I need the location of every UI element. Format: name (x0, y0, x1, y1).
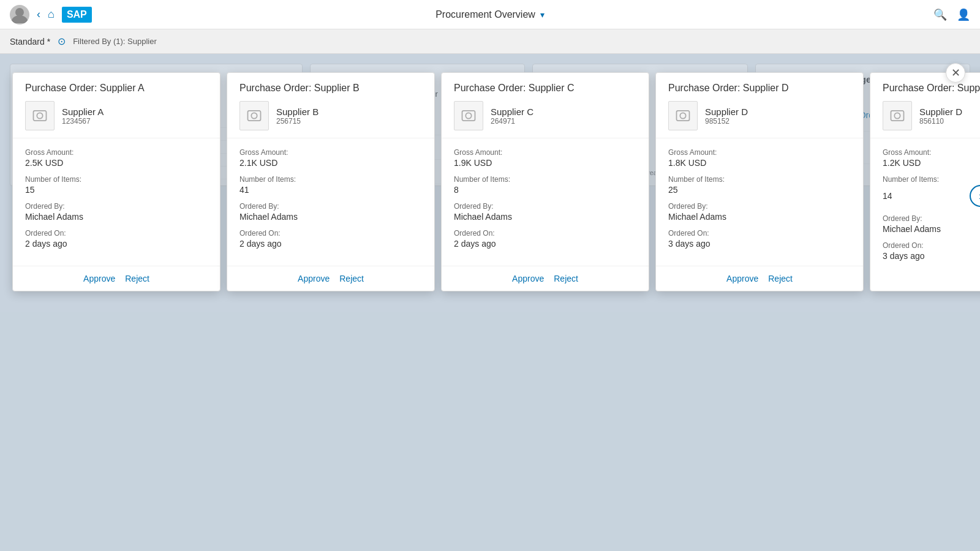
po-card-a: Purchase Order: Supplier A Supplier A 12… (12, 72, 221, 291)
supplier-d-name: Supplier D (705, 107, 748, 117)
subheader: Standard * ⊙ Filtered By (1): Supplier (0, 29, 980, 54)
supplier-row-e: Supplier D 856110 (883, 101, 980, 130)
field-items-e: Number of Items: 14 › (883, 175, 980, 207)
field-ordered-by-c: Ordered By: Michael Adams (454, 202, 636, 222)
field-items-a: Number of Items: 15 (25, 175, 208, 195)
main-content: Items Awaiting Approval Contract Monitor… (0, 54, 980, 551)
supplier-c-name: Supplier C (491, 107, 533, 117)
field-ordered-on-c: Ordered On: 2 days ago (454, 229, 636, 249)
supplier-b-id: 256715 (276, 117, 318, 126)
po-card-a-footer: Approve Reject (13, 266, 220, 291)
user-settings-icon[interactable]: 👤 (957, 8, 970, 21)
svg-point-25 (466, 113, 471, 118)
field-gross-c: Gross Amount: 1.9K USD (454, 148, 636, 168)
supplier-d-avatar (668, 101, 698, 130)
po-card-a-header: Purchase Order: Supplier A Supplier A 12… (13, 73, 220, 138)
supplier-c-info: Supplier C 264971 (491, 107, 533, 126)
header: ‹ ⌂ SAP Procurement Overview ▾ 🔍 👤 (0, 0, 980, 29)
title-text: Procurement Overview (435, 9, 535, 20)
filter-text: Filtered By (1): Supplier (73, 37, 157, 46)
po-card-a-body: Gross Amount: 2.5K USD Number of Items: … (13, 138, 220, 266)
po-card-c-header: Purchase Order: Supplier C Supplier C 26… (442, 73, 649, 138)
field-ordered-by-b: Ordered By: Michael Adams (239, 202, 422, 222)
po-card-b-footer: Approve Reject (227, 266, 434, 291)
po-card-d-title: Purchase Order: Supplier D (668, 83, 851, 94)
svg-point-23 (251, 113, 257, 118)
po-card-b-header: Purchase Order: Supplier B Supplier B 25… (227, 73, 434, 138)
supplier-e-id: 856110 (919, 117, 962, 126)
field-gross-b: Gross Amount: 2.1K USD (239, 148, 422, 168)
svg-rect-28 (891, 111, 904, 121)
field-items-c: Number of Items: 8 (454, 175, 636, 195)
approve-button-c[interactable]: Approve (512, 274, 544, 283)
supplier-c-id: 264971 (491, 117, 533, 126)
svg-point-0 (15, 8, 24, 17)
user-avatar[interactable] (10, 5, 29, 24)
po-card-c: Purchase Order: Supplier C Supplier C 26… (441, 72, 649, 291)
field-ordered-on-b: Ordered On: 2 days ago (239, 229, 422, 249)
supplier-e-name: Supplier D (919, 107, 962, 117)
svg-point-29 (894, 113, 900, 118)
filter-standard-label: Standard * (10, 37, 50, 47)
svg-rect-26 (677, 111, 690, 121)
po-card-d: Purchase Order: Supplier D Supplier D 98… (655, 72, 864, 291)
supplier-a-id: 1234567 (62, 117, 104, 126)
next-card-button[interactable]: › (970, 185, 980, 207)
po-card-c-footer: Approve Reject (442, 266, 649, 291)
field-gross-e: Gross Amount: 1.2K USD (883, 148, 980, 168)
field-items-d: Number of Items: 25 (668, 175, 851, 195)
reject-button-c[interactable]: Reject (554, 274, 578, 283)
approve-button-b[interactable]: Approve (298, 274, 330, 283)
po-card-b: Purchase Order: Supplier B Supplier B 25… (227, 72, 435, 291)
field-gross-d: Gross Amount: 1.8K USD (668, 148, 851, 168)
supplier-e-info: Supplier D 856110 (919, 107, 962, 126)
close-button[interactable]: ✕ (946, 63, 965, 83)
back-button[interactable]: ‹ (37, 8, 40, 21)
po-card-e-header: Purchase Order: Supp... Supplier D 85611… (870, 73, 980, 138)
po-card-d-body: Gross Amount: 1.8K USD Number of Items: … (656, 138, 863, 266)
title-dropdown-icon[interactable]: ▾ (540, 10, 545, 20)
po-card-d-footer: Approve Reject (656, 266, 863, 291)
svg-rect-22 (248, 111, 261, 121)
supplier-c-avatar (454, 101, 483, 130)
supplier-row-d: Supplier D 985152 (668, 101, 851, 130)
supplier-row-c: Supplier C 264971 (454, 101, 636, 130)
approve-button-d[interactable]: Approve (726, 274, 758, 283)
reject-button-b[interactable]: Reject (339, 274, 364, 283)
sap-logo: SAP (62, 7, 92, 23)
supplier-e-avatar (883, 101, 912, 130)
field-items-b: Number of Items: 41 (239, 175, 422, 195)
home-button[interactable]: ⌂ (48, 8, 55, 21)
header-title: Procurement Overview ▾ (435, 9, 545, 20)
field-ordered-by-d: Ordered By: Michael Adams (668, 202, 851, 222)
supplier-d-id: 985152 (705, 117, 748, 126)
field-ordered-on-d: Ordered On: 3 days ago (668, 229, 851, 249)
svg-rect-24 (462, 111, 475, 121)
supplier-a-info: Supplier A 1234567 (62, 107, 104, 126)
field-ordered-on-e: Ordered On: 3 days ago (883, 241, 980, 261)
po-card-e-title: Purchase Order: Supp... (883, 83, 980, 94)
po-card-c-body: Gross Amount: 1.9K USD Number of Items: … (442, 138, 649, 266)
supplier-row-b: Supplier B 256715 (239, 101, 422, 130)
po-card-e: Purchase Order: Supp... Supplier D 85611… (870, 72, 980, 291)
filter-dropdown-icon[interactable]: ⊙ (58, 36, 66, 47)
po-card-e-body: Gross Amount: 1.2K USD Number of Items: … (870, 138, 980, 291)
po-card-b-body: Gross Amount: 2.1K USD Number of Items: … (227, 138, 434, 266)
po-card-a-title: Purchase Order: Supplier A (25, 83, 208, 94)
supplier-a-name: Supplier A (62, 107, 104, 117)
field-ordered-by-e: Ordered By: Michael Adams (883, 214, 980, 234)
supplier-b-name: Supplier B (276, 107, 318, 117)
svg-rect-20 (34, 111, 47, 121)
po-card-d-header: Purchase Order: Supplier D Supplier D 98… (656, 73, 863, 138)
approve-button-a[interactable]: Approve (83, 274, 115, 283)
supplier-a-avatar (25, 101, 55, 130)
supplier-b-info: Supplier B 256715 (276, 107, 318, 126)
supplier-row-a: Supplier A 1234567 (25, 101, 208, 130)
reject-button-d[interactable]: Reject (768, 274, 793, 283)
po-card-c-title: Purchase Order: Supplier C (454, 83, 636, 94)
po-card-b-title: Purchase Order: Supplier B (239, 83, 422, 94)
field-gross-a: Gross Amount: 2.5K USD (25, 148, 208, 168)
search-icon[interactable]: 🔍 (933, 8, 947, 21)
field-ordered-by-a: Ordered By: Michael Adams (25, 202, 208, 222)
reject-button-a[interactable]: Reject (125, 274, 149, 283)
